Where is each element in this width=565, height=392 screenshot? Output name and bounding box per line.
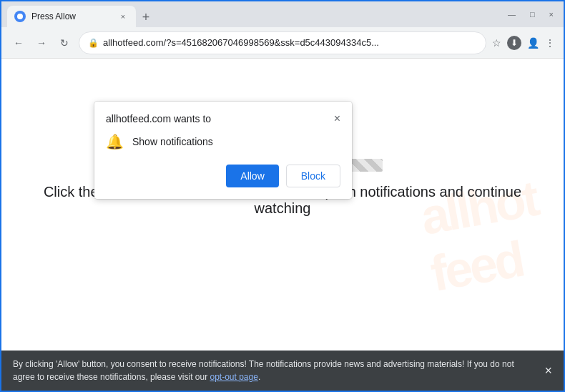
url-bar[interactable]: 🔒 allhotfeed.com/?s=451682067046998569&s… — [79, 31, 486, 54]
tab-favicon — [14, 11, 26, 22]
opt-out-link[interactable]: opt-out page — [210, 372, 257, 382]
window-controls: — □ × — [503, 9, 558, 20]
url-text: allhotfeed.com/?s=451682067046998569&ssk… — [103, 37, 477, 48]
tab-close-button[interactable]: × — [117, 11, 129, 22]
address-bar: ← → ↻ 🔒 allhotfeed.com/?s=45168206704699… — [1, 27, 564, 59]
notification-popup: allhotfeed.com wants to × 🔔 Show notific… — [94, 102, 352, 199]
title-bar: Press Allow × + — □ × — [1, 1, 564, 27]
tab-title: Press Allow — [31, 11, 112, 21]
bell-icon: 🔔 — [106, 133, 124, 150]
tab-area: Press Allow × + — [7, 1, 499, 27]
minimize-button[interactable]: — — [503, 9, 520, 20]
forward-button[interactable]: → — [33, 34, 50, 52]
popup-title: allhotfeed.com wants to — [106, 113, 211, 124]
page-content: allhotfeed Click the «Allow» button to s… — [1, 59, 564, 351]
show-notifications-label: Show notifications — [132, 136, 213, 147]
popup-close-button[interactable]: × — [334, 113, 340, 124]
notification-row: 🔔 Show notifications — [106, 133, 340, 150]
reload-button[interactable]: ↻ — [56, 34, 73, 52]
download-icon[interactable]: ⬇ — [507, 36, 521, 50]
account-icon[interactable]: 👤 — [527, 37, 539, 49]
lock-icon: 🔒 — [88, 38, 99, 48]
bottom-bar-suffix: . — [258, 372, 260, 382]
block-button[interactable]: Block — [286, 165, 340, 187]
active-tab[interactable]: Press Allow × — [7, 6, 136, 27]
popup-buttons: Allow Block — [106, 165, 340, 187]
new-tab-button[interactable]: + — [136, 7, 156, 27]
browser-window: Press Allow × + — □ × ← → ↻ 🔒 allhotfeed… — [0, 0, 565, 392]
bottom-bar: By clicking 'Allow' button, you consent … — [1, 351, 564, 391]
bookmark-icon[interactable]: ☆ — [492, 37, 501, 49]
popup-header: allhotfeed.com wants to × — [106, 113, 340, 124]
maximize-button[interactable]: □ — [526, 9, 539, 20]
main-text-prefix: Click the — [44, 184, 102, 200]
back-button[interactable]: ← — [10, 34, 27, 52]
menu-icon[interactable]: ⋮ — [545, 37, 555, 49]
bottom-bar-text: By clicking 'Allow' button, you consent … — [13, 358, 536, 383]
close-window-button[interactable]: × — [545, 9, 558, 20]
bottom-bar-close-button[interactable]: × — [544, 363, 552, 378]
bottom-bar-prefix: By clicking 'Allow' button, you consent … — [13, 359, 514, 382]
allow-button[interactable]: Allow — [226, 165, 278, 187]
